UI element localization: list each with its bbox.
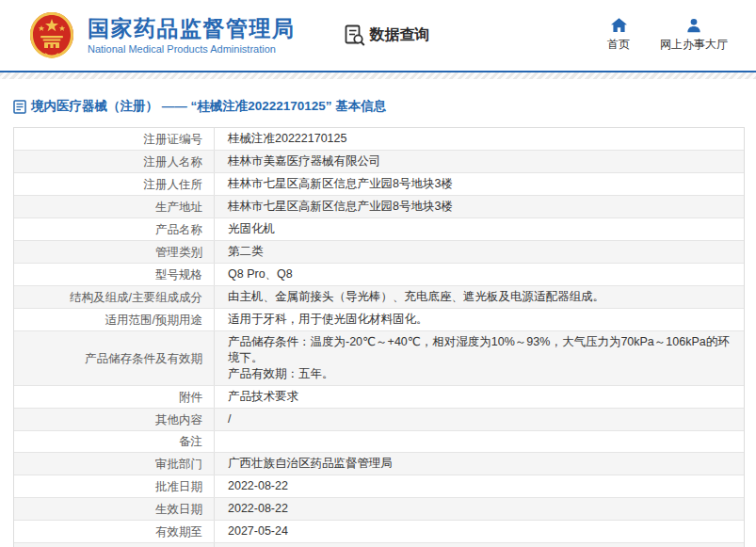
row-label: 备注 (14, 431, 215, 452)
nav-item-home[interactable]: 首页 (607, 18, 630, 53)
table-row: 适用范围/预期用途适用于牙科，用于使光固化材料固化。 (14, 309, 744, 331)
org-name-block: 国家药品监督管理局 National Medical Products Admi… (88, 16, 296, 55)
row-value: 第二类 (215, 241, 744, 263)
table-row: 产品名称光固化机 (14, 218, 744, 241)
row-value: / (215, 409, 744, 430)
row-label: 有效期至 (14, 521, 215, 542)
table-row: 注册人住所桂林市七星区高新区信息产业园8号地块3楼 (14, 173, 744, 196)
registration-info-table: 注册证编号桂械注准20222170125 注册人名称桂林市美嘉医疗器械有限公司 … (13, 127, 745, 547)
table-row: 审批部门广西壮族自治区药品监督管理局 (14, 453, 744, 475)
row-value: 产品储存条件：温度为-20℃～+40℃，相对湿度为10%～93%，大气压力为70… (215, 331, 744, 385)
row-value: 产品技术要求 (215, 386, 744, 408)
table-row: 附件产品技术要求 (14, 386, 744, 409)
page-title: 境内医疗器械（注册） —— “桂械注准20222170125” 基本信息 (31, 98, 386, 115)
row-label: 审批部门 (14, 453, 215, 475)
row-value: 广西壮族自治区药品监督管理局 (215, 453, 744, 475)
nav-item-service-hall[interactable]: 网上办事大厅 (660, 18, 728, 53)
table-row: 生效日期2022-08-22 (14, 498, 744, 521)
nav-item-label: 网上办事大厅 (660, 37, 728, 53)
data-query-label: 数据查询 (370, 25, 430, 45)
nav-item-label: 首页 (607, 37, 630, 53)
table-row: 注册人名称桂林市美嘉医疗器械有限公司 (14, 151, 744, 173)
row-value: 桂林市美嘉医疗器械有限公司 (215, 151, 744, 172)
table-row: 型号规格Q8 Pro、Q8 (14, 264, 744, 286)
header-hatch-band (0, 72, 756, 79)
row-value: Q8 Pro、Q8 (215, 264, 744, 285)
row-label: 生效日期 (14, 498, 215, 520)
row-label: 适用范围/预期用途 (14, 309, 215, 330)
row-label: 其他内容 (14, 409, 215, 430)
row-value: 2022-08-22 (215, 498, 744, 520)
data-query-section[interactable]: 数据查询 (345, 24, 430, 47)
org-name-cn: 国家药品监督管理局 (88, 16, 296, 40)
table-row: 结构及组成/主要组成成分由主机、金属前接头（导光棒）、充电底座、遮光板及电源适配… (14, 286, 744, 309)
row-label: 注册人名称 (14, 151, 215, 172)
row-value: 同意该产品企业住所及生产地址由“桂林市七星区高新区信息产业园8-3号”变更为“桂… (215, 543, 744, 547)
row-label: 结构及组成/主要组成成分 (14, 286, 215, 308)
row-label: 注册人住所 (14, 173, 215, 195)
row-value: 桂林市七星区高新区信息产业园8号地块3楼 (215, 173, 744, 195)
validity-line: 产品有效期：五年。 (228, 366, 734, 382)
page-title-bar: 境内医疗器械（注册） —— “桂械注准20222170125” 基本信息 (13, 98, 756, 115)
person-icon (686, 18, 701, 33)
row-value: 2027-05-24 (215, 521, 744, 542)
national-emblem-logo (28, 11, 75, 60)
row-value: 桂林市七星区高新区信息产业园8号地块3楼 (215, 196, 744, 217)
row-value: 2022-08-22 (215, 475, 744, 497)
storage-condition-line: 产品储存条件：温度为-20℃～+40℃，相对湿度为10%～93%，大气压力为70… (228, 334, 734, 366)
site-header: 国家药品监督管理局 National Medical Products Admi… (0, 0, 756, 71)
table-row: 变更情况同意该产品企业住所及生产地址由“桂林市七星区高新区信息产业园8-3号”变… (14, 543, 744, 547)
table-row: 其他内容/ (14, 409, 744, 431)
row-value: 适用于牙科，用于使光固化材料固化。 (215, 309, 744, 330)
table-row: 生产地址桂林市七星区高新区信息产业园8号地块3楼 (14, 196, 744, 218)
header-nav: 首页 网上办事大厅 (607, 18, 728, 53)
row-label: 注册证编号 (14, 128, 215, 150)
home-icon (611, 18, 627, 33)
row-value: 由主机、金属前接头（导光棒）、充电底座、遮光板及电源适配器组成。 (215, 286, 744, 308)
data-query-icon (345, 24, 365, 47)
row-label: 批准日期 (14, 475, 215, 497)
table-row: 产品储存条件及有效期 产品储存条件：温度为-20℃～+40℃，相对湿度为10%～… (14, 331, 744, 386)
table-row: 注册证编号桂械注准20222170125 (14, 128, 744, 151)
row-value: 光固化机 (215, 218, 744, 240)
row-label: 产品名称 (14, 218, 215, 240)
row-label: 附件 (14, 386, 215, 408)
table-row: 有效期至2027-05-24 (14, 521, 744, 543)
row-label: 生产地址 (14, 196, 215, 217)
row-value: 桂械注准20222170125 (215, 128, 744, 150)
table-row: 管理类别第二类 (14, 241, 744, 264)
org-name-en: National Medical Products Administration (88, 43, 296, 55)
row-label: 变更情况 (14, 543, 215, 547)
row-label: 管理类别 (14, 241, 215, 263)
document-icon (13, 100, 26, 114)
row-label: 产品储存条件及有效期 (14, 331, 215, 385)
row-label: 型号规格 (14, 264, 215, 285)
table-row: 备注 (14, 431, 744, 453)
table-row: 批准日期2022-08-22 (14, 475, 744, 498)
row-value (215, 431, 744, 452)
